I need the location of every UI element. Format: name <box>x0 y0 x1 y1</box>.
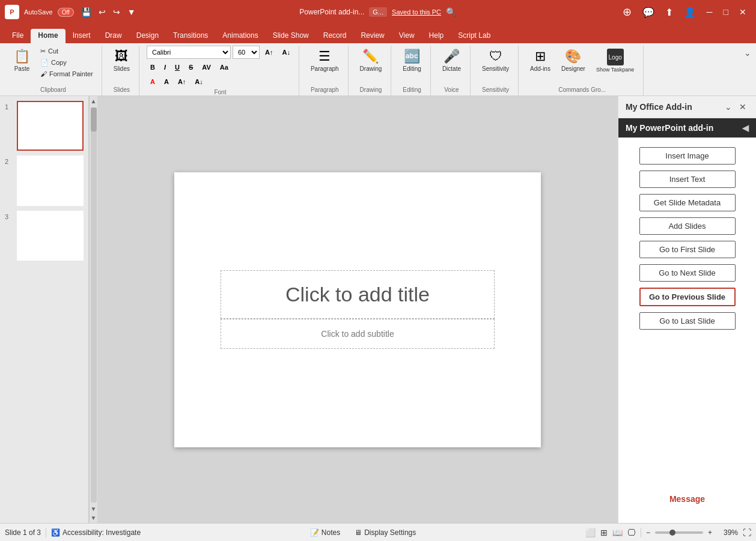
slides-button[interactable]: 🖼 Slides <box>109 46 134 82</box>
zoom-level[interactable]: 39% <box>717 528 738 537</box>
addin-close-button[interactable]: ✕ <box>737 101 749 113</box>
cut-button[interactable]: ✂Cut <box>37 46 97 56</box>
go-to-last-slide-button[interactable]: Go to Last Slide <box>639 312 736 330</box>
tab-review[interactable]: Review <box>353 29 391 43</box>
slide-thumbnail-2[interactable] <box>17 156 84 205</box>
character-spacing-button[interactable]: AV <box>198 61 214 73</box>
tab-home[interactable]: Home <box>31 29 65 43</box>
separator-2 <box>641 528 641 537</box>
insert-text-button[interactable]: Insert Text <box>639 171 736 188</box>
autosave-toggle[interactable]: Off <box>58 8 74 17</box>
tab-design[interactable]: Design <box>129 29 166 43</box>
tab-scriptlab[interactable]: Script Lab <box>451 29 498 43</box>
dictate-button[interactable]: 🎤 Dictate <box>438 46 465 82</box>
strikethrough-button[interactable]: S <box>185 61 197 73</box>
tab-help[interactable]: Help <box>422 29 451 43</box>
highlight-button[interactable]: A <box>160 76 172 88</box>
scroll-down-button[interactable]: ▼ <box>90 505 97 513</box>
paragraph-button[interactable]: ☰ Paragraph <box>306 46 343 82</box>
share-icon[interactable]: ⊕ <box>618 3 636 21</box>
go-to-first-slide-button[interactable]: Go to First Slide <box>639 241 736 258</box>
increase-font-button[interactable]: A↑ <box>261 46 276 58</box>
tab-file[interactable]: File <box>5 29 31 43</box>
editing-button[interactable]: 🔤 Editing <box>398 46 425 82</box>
zoom-slider[interactable] <box>655 531 703 534</box>
scroll-down2-button[interactable]: ▼ <box>90 514 97 522</box>
italic-button[interactable]: I <box>160 61 169 73</box>
slide-thumb-1[interactable]: 1 <box>5 101 84 151</box>
slide-thumbnail-1[interactable] <box>17 101 84 151</box>
textsize-small-button[interactable]: A↓ <box>191 76 206 88</box>
normal-view-icon[interactable]: ⬜ <box>585 528 596 537</box>
search-icon[interactable]: 🔍 <box>446 7 456 17</box>
slide-canvas[interactable]: Click to add title Click to add subtitle <box>174 172 541 447</box>
slide-thumb-2[interactable]: 2 <box>5 156 84 205</box>
slides-group-label: Slides <box>109 85 134 93</box>
decrease-font-button[interactable]: A↓ <box>278 46 293 58</box>
slide-sorter-icon[interactable]: ⊞ <box>600 528 608 537</box>
editing-icon: 🔤 <box>404 49 420 64</box>
sensitivity-button[interactable]: 🛡 Sensitivity <box>478 46 513 82</box>
show-taskpane-button[interactable]: Logo Show Taskpane <box>592 46 638 82</box>
format-painter-button[interactable]: 🖌Format Painter <box>37 68 97 79</box>
tab-view[interactable]: View <box>392 29 422 43</box>
addin-collapse-button[interactable]: ◀ <box>742 123 749 133</box>
canvas-scrollbar[interactable]: ▲ ▼ ▼ <box>89 96 97 523</box>
customize-icon[interactable]: ▼ <box>125 6 138 18</box>
maximize-button[interactable]: □ <box>719 5 733 19</box>
redo-icon[interactable]: ↪ <box>111 6 123 18</box>
tab-draw[interactable]: Draw <box>98 29 129 43</box>
tab-transitions[interactable]: Transitions <box>166 29 215 43</box>
tab-slideshow[interactable]: Slide Show <box>266 29 316 43</box>
undo-icon[interactable]: ↩ <box>96 6 108 18</box>
get-slide-metadata-button[interactable]: Get Slide Metadata <box>639 194 736 211</box>
display-settings-button[interactable]: 🖥 Display Settings <box>351 527 419 538</box>
fit-slide-icon[interactable]: ⛶ <box>743 528 751 537</box>
title-placeholder[interactable]: Click to add title <box>221 270 495 319</box>
comments-icon[interactable]: 💬 <box>638 4 659 20</box>
addins-button[interactable]: ⊞ Add-ins <box>526 46 555 82</box>
bold-button[interactable]: B <box>147 61 159 73</box>
scroll-up-button[interactable]: ▲ <box>90 97 97 105</box>
slide-panel: 1 2 3 <box>0 96 89 523</box>
addin-minimize-button[interactable]: ⌄ <box>722 101 734 113</box>
change-case-button[interactable]: Aa <box>216 61 232 73</box>
addin-content: Insert Image Insert Text Get Slide Metad… <box>618 138 756 523</box>
tab-insert[interactable]: Insert <box>66 29 98 43</box>
underline-button[interactable]: U <box>171 61 183 73</box>
copy-button[interactable]: 📄Copy <box>37 57 97 68</box>
scroll-track[interactable] <box>91 107 97 503</box>
close-button[interactable]: ✕ <box>734 5 751 19</box>
zoom-out-icon[interactable]: − <box>646 528 650 537</box>
slide-thumbnail-3[interactable] <box>17 211 84 261</box>
font-size-select[interactable]: 60 <box>233 46 260 59</box>
shield-label: G... <box>369 7 387 17</box>
subtitle-placeholder[interactable]: Click to add subtitle <box>221 319 495 349</box>
add-slides-button[interactable]: Add Slides <box>639 217 736 235</box>
profile-icon[interactable]: 👤 <box>679 4 701 20</box>
paste-button[interactable]: 📋 Paste <box>10 46 34 82</box>
saved-label[interactable]: Saved to this PC <box>392 8 441 16</box>
go-to-next-slide-button[interactable]: Go to Next Slide <box>639 264 736 282</box>
font-color-button[interactable]: A <box>147 76 159 88</box>
tab-animations[interactable]: Animations <box>215 29 265 43</box>
scroll-thumb[interactable] <box>91 107 97 131</box>
insert-image-button[interactable]: Insert Image <box>639 147 736 165</box>
status-bar: Slide 1 of 3 ♿ Accessibility: Investigat… <box>0 523 756 541</box>
save-icon[interactable]: 💾 <box>79 6 94 18</box>
textsize-big-button[interactable]: A↑ <box>174 76 189 88</box>
slide-thumb-3[interactable]: 3 <box>5 211 84 261</box>
designer-label: Designer <box>561 65 585 73</box>
ribbon-icon[interactable]: ⬆ <box>660 4 678 20</box>
font-name-select[interactable]: Calibri <box>147 46 231 59</box>
go-to-previous-slide-button[interactable]: Go to Previous Slide <box>639 288 736 306</box>
reading-view-icon[interactable]: 📖 <box>612 528 623 537</box>
minimize-button[interactable]: ─ <box>702 5 718 19</box>
ribbon-collapse-btn[interactable]: ⌄ <box>744 46 751 95</box>
presenter-view-icon[interactable]: 🖵 <box>627 528 636 537</box>
tab-record[interactable]: Record <box>316 29 354 43</box>
notes-button[interactable]: 📝 Notes <box>306 527 344 538</box>
designer-button[interactable]: 🎨 Designer <box>557 46 590 82</box>
zoom-in-icon[interactable]: + <box>708 528 712 537</box>
drawing-button[interactable]: ✏️ Drawing <box>356 46 386 82</box>
